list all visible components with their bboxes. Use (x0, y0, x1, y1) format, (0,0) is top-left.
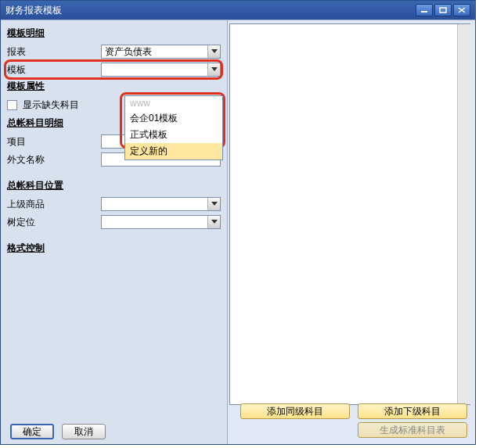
vertical-scrollbar[interactable] (457, 24, 470, 404)
chevron-down-icon (207, 63, 220, 76)
window-frame: 财务报表模板 模板明细 报表 资产负债表 模板 (0, 0, 476, 445)
label-foreign: 外文名称 (7, 153, 101, 167)
show-missing-checkbox[interactable] (7, 100, 17, 110)
svg-marker-7 (211, 220, 218, 224)
dropdown-item[interactable]: 会企01模板 (125, 110, 222, 127)
titlebar: 财务报表模板 (1, 1, 475, 20)
ok-cancel-bar: 确定 取消 (10, 424, 106, 439)
parent-combo[interactable] (101, 197, 221, 211)
window-title: 财务报表模板 (5, 4, 414, 17)
left-panel: 模板明细 报表 资产负债表 模板 (1, 20, 228, 444)
svg-marker-4 (211, 49, 218, 53)
section-gl-pos: 总帐科目位置 (7, 179, 221, 192)
minimize-button[interactable] (416, 4, 433, 16)
label-treepos: 树定位 (7, 216, 101, 229)
report-combo-value: 资产负债表 (102, 45, 207, 59)
dropdown-item[interactable]: 正式模板 (125, 127, 222, 143)
add-same-level-button[interactable]: 添加同级科目 (240, 403, 350, 419)
section-template-detail: 模板明细 (7, 27, 221, 40)
section-template-prop: 模板属性 (7, 80, 221, 93)
svg-marker-6 (211, 202, 218, 206)
section-format: 格式控制 (7, 242, 221, 255)
row-report: 报表 资产负债表 (7, 43, 221, 60)
svg-marker-5 (211, 67, 218, 71)
dropdown-item[interactable]: www (125, 96, 222, 110)
report-combo[interactable]: 资产负债表 (101, 45, 221, 59)
cancel-button[interactable]: 取消 (62, 424, 106, 439)
dropdown-item-selected[interactable]: 定义新的 (125, 143, 222, 159)
add-sub-level-button[interactable]: 添加下级科目 (358, 403, 467, 419)
chevron-down-icon (207, 198, 220, 210)
label-parent: 上级商品 (7, 198, 101, 211)
gen-standard-button[interactable]: 生成标准科目表 (358, 422, 467, 438)
content-area: 模板明细 报表 资产负债表 模板 (1, 20, 475, 444)
treepos-combo[interactable] (101, 215, 221, 229)
svg-rect-1 (440, 8, 446, 13)
label-template: 模板 (7, 63, 101, 77)
ok-button[interactable]: 确定 (10, 424, 54, 439)
close-button[interactable] (453, 4, 470, 16)
label-report: 报表 (7, 45, 101, 59)
row-treepos: 树定位 (7, 213, 221, 231)
template-dropdown-list[interactable]: www 会企01模板 正式模板 定义新的 (124, 95, 223, 160)
right-panel (229, 23, 470, 405)
row-template: 模板 (7, 61, 221, 78)
chevron-down-icon (207, 216, 220, 228)
template-combo[interactable] (101, 63, 221, 77)
row-parent: 上级商品 (7, 195, 221, 213)
chevron-down-icon (207, 45, 220, 58)
maximize-button[interactable] (434, 4, 452, 16)
bottom-button-bar: 添加同级科目 添加下级科目 生成标准科目表 (240, 403, 467, 438)
label-item: 项目 (7, 135, 101, 149)
label-show-missing: 显示缺失科目 (23, 99, 79, 110)
